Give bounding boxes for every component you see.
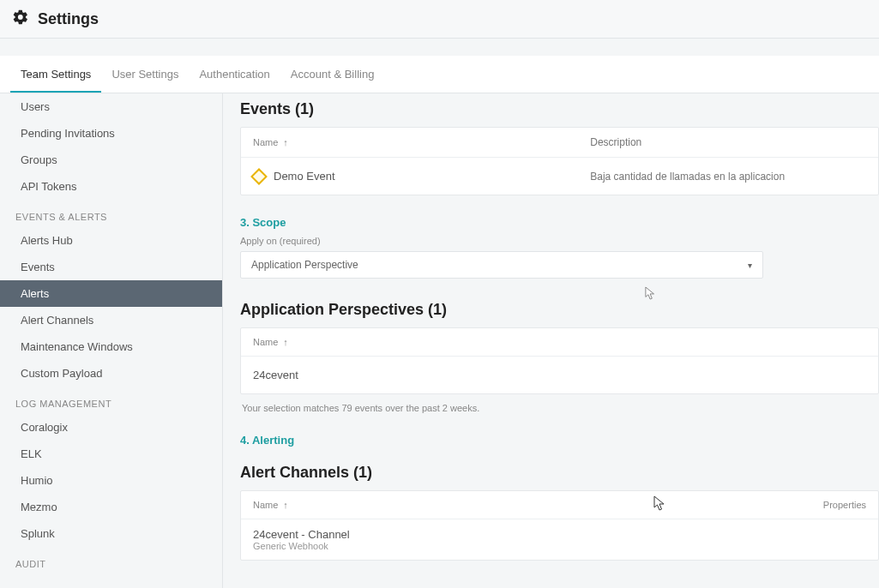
sort-arrow-icon: ↑ bbox=[283, 500, 288, 510]
sidebar-group-audit: AUDIT bbox=[0, 547, 222, 574]
sidebar-item-pending-invitations[interactable]: Pending Invitations bbox=[0, 120, 222, 147]
events-col-name[interactable]: Name ↑ bbox=[253, 136, 590, 148]
tab-authentication[interactable]: Authentication bbox=[189, 56, 280, 93]
sidebar-item-alert-channels[interactable]: Alert Channels bbox=[0, 307, 222, 333]
sort-arrow-icon: ↑ bbox=[283, 137, 288, 147]
tab-account-billing[interactable]: Account & Billing bbox=[280, 56, 385, 93]
sidebar-item-mezmo[interactable]: Mezmo bbox=[0, 494, 222, 520]
scope-selected-value: Application Perspective bbox=[251, 259, 358, 271]
sort-arrow-icon: ↑ bbox=[283, 337, 288, 347]
table-row[interactable]: Demo Event Baja cantidad de llamadas en … bbox=[241, 158, 878, 195]
sidebar-group-events-alerts: EVENTS & ALERTS bbox=[0, 200, 222, 227]
sidebar-item-alerts[interactable]: Alerts bbox=[0, 280, 222, 307]
sidebar-item-maintenance-windows[interactable]: Maintenance Windows bbox=[0, 333, 222, 360]
diamond-icon bbox=[250, 168, 268, 185]
tab-team-settings[interactable]: Team Settings bbox=[10, 56, 101, 93]
event-name: Demo Event bbox=[274, 170, 335, 183]
perspectives-heading: Application Perspectives (1) bbox=[240, 301, 879, 319]
scope-hint: Apply on (required) bbox=[240, 236, 879, 246]
channels-col-name[interactable]: Name ↑ bbox=[253, 500, 590, 510]
sidebar: Users Pending Invitations Groups API Tok… bbox=[0, 93, 223, 588]
alert-channels-table: Name ↑ Properties 24cevent - Channel Gen… bbox=[240, 490, 879, 561]
tab-user-settings[interactable]: User Settings bbox=[101, 56, 189, 93]
sidebar-item-elk[interactable]: ELK bbox=[0, 441, 222, 467]
sidebar-item-custom-payload[interactable]: Custom Payload bbox=[0, 360, 222, 387]
sidebar-group-log-management: LOG MANAGEMENT bbox=[0, 387, 222, 414]
gear-icon bbox=[12, 9, 29, 29]
table-row[interactable]: 24cevent bbox=[241, 357, 878, 393]
perspectives-col-name[interactable]: Name ↑ bbox=[253, 337, 590, 347]
sidebar-item-alerts-hub[interactable]: Alerts Hub bbox=[0, 227, 222, 254]
alerting-step: 4. Alerting bbox=[240, 434, 879, 447]
top-tabs: Team Settings User Settings Authenticati… bbox=[0, 56, 879, 93]
channel-name: 24cevent - Channel bbox=[253, 528, 866, 541]
channel-sub: Generic Webhook bbox=[253, 541, 866, 551]
table-row[interactable]: 24cevent - Channel Generic Webhook bbox=[241, 519, 878, 560]
perspective-name: 24cevent bbox=[253, 369, 298, 381]
perspectives-table: Name ↑ 24cevent bbox=[240, 327, 879, 394]
sidebar-item-api-tokens[interactable]: API Tokens bbox=[0, 173, 222, 200]
sidebar-item-splunk[interactable]: Splunk bbox=[0, 520, 222, 547]
scope-step: 3. Scope bbox=[240, 216, 879, 229]
chevron-down-icon: ▾ bbox=[748, 261, 752, 270]
scope-select[interactable]: Application Perspective ▾ bbox=[240, 251, 763, 279]
channels-col-properties[interactable]: Properties bbox=[590, 500, 866, 510]
event-description: Baja cantidad de llamadas en la aplicaci… bbox=[590, 171, 866, 183]
sidebar-item-groups[interactable]: Groups bbox=[0, 147, 222, 173]
alert-channels-heading: Alert Channels (1) bbox=[240, 464, 879, 482]
sidebar-item-humio[interactable]: Humio bbox=[0, 467, 222, 494]
events-heading: Events (1) bbox=[240, 100, 879, 118]
page-header: Settings bbox=[0, 0, 879, 39]
sidebar-item-events[interactable]: Events bbox=[0, 254, 222, 280]
page-title: Settings bbox=[38, 10, 99, 28]
events-table: Name ↑ Description Demo Event Baja canti… bbox=[240, 127, 879, 195]
main-content: Events (1) Name ↑ Description Demo Event… bbox=[223, 93, 879, 588]
sidebar-item-coralogix[interactable]: Coralogix bbox=[0, 414, 222, 441]
sidebar-item-users[interactable]: Users bbox=[0, 93, 222, 120]
match-note: Your selection matches 79 events over th… bbox=[242, 403, 879, 413]
events-col-description[interactable]: Description bbox=[590, 136, 866, 148]
